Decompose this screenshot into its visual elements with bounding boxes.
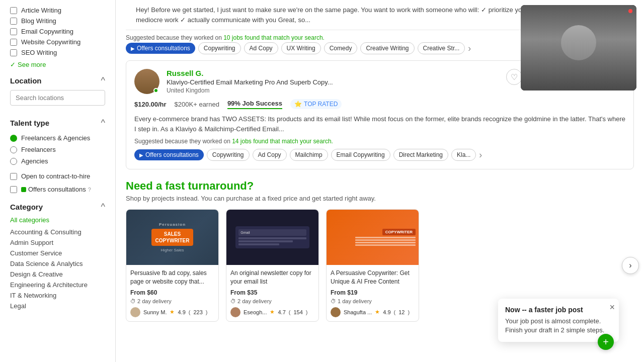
star-icon: ⭐ (294, 101, 302, 108)
offers-consultations-checkbox[interactable] (10, 186, 17, 193)
project-title-sales: Persuasive fb ad copy, sales page or web… (130, 269, 214, 286)
freelancer-name-sunny: Sunny M. (143, 309, 167, 315)
video-icon: ▶ (131, 46, 135, 51)
talent-freelancers-agencies[interactable]: Freelancers & Agencies (10, 132, 105, 144)
tag-adcopy-fl[interactable]: Ad Copy (253, 149, 287, 161)
reviews-shagufta: ( (394, 309, 396, 315)
tag-copywriting-fl[interactable]: Copywriting (207, 149, 250, 161)
talent-freelancers[interactable]: Freelancers (10, 144, 105, 155)
project-body-copywriter: A Persuasive Copywriter: Get Unique & AI… (327, 265, 419, 321)
freelancers-agencies-label: Freelancers & Agencies (21, 134, 90, 142)
reviews-close-3: ) (408, 309, 410, 315)
project-card-email[interactable]: Gmail An original newsletter copy for yo… (226, 209, 319, 322)
tag-uxwriting-1[interactable]: UX Writing (281, 42, 321, 54)
category-design[interactable]: Design & Creative (10, 269, 105, 280)
location-collapse-icon[interactable]: ^ (101, 75, 105, 86)
tag-comedy-1[interactable]: Comedy (324, 42, 358, 54)
category-customer[interactable]: Customer Service (10, 248, 105, 258)
project-card-copywriter[interactable]: COPYWRITER A Persuasive Copywriter: (326, 209, 419, 322)
price-copywriter: From $19 (331, 289, 357, 296)
category-it[interactable]: IT & Networking (10, 290, 105, 301)
project-freelancer-sales: Sunny M. ★ 4.9 (223) (130, 307, 214, 317)
notification-text: Your job post is almost complete. Finish… (505, 317, 612, 335)
email-copywriting-checkbox[interactable] (10, 28, 17, 35)
tag-creativestra-1[interactable]: Creative Str... (418, 42, 465, 54)
video-icon-2: ▶ (139, 152, 143, 158)
tag-email-fl[interactable]: Email Copywriting (331, 149, 390, 161)
blog-writing-label: Blog Writing (21, 17, 56, 25)
video-panel (521, 5, 636, 90)
notification-plus-button[interactable]: + (598, 334, 614, 350)
category-data[interactable]: Data Science & Analytics (10, 258, 105, 269)
freelancer-description: Every e-commerce brand has TWO ASSETS: I… (134, 114, 625, 134)
location-title: Location (10, 76, 42, 85)
project-price-sales: From $60 (130, 289, 214, 296)
location-section-header: Location ^ (10, 75, 105, 86)
radio-selected-icon (10, 135, 17, 142)
notification-close-button[interactable]: × (609, 303, 615, 312)
tag-offers-freelancer[interactable]: ▶ Offers consultations (134, 149, 204, 160)
open-to-contract-checkbox[interactable] (10, 173, 17, 180)
video-inner (521, 5, 636, 90)
category-all-link[interactable]: All categories (10, 216, 105, 224)
agencies-radio[interactable] (10, 158, 17, 165)
checkbox-email-copywriting[interactable]: Email Copywriting (10, 26, 105, 37)
search-locations-input[interactable] (10, 90, 105, 106)
copywriter-badge: COPYWRITER (382, 229, 416, 235)
freelancer-location: United Kingdom (167, 87, 499, 94)
freelancers-label: Freelancers (21, 146, 56, 153)
category-accounting[interactable]: Accounting & Consulting (10, 227, 105, 237)
blog-writing-checkbox[interactable] (10, 18, 17, 25)
gmail-bar: Gmail (238, 229, 306, 236)
project-freelancer-email: Eseogh... ★ 4.7 (154) (230, 307, 314, 317)
category-section-header: Category ^ (10, 202, 105, 212)
category-collapse-icon[interactable]: ^ (101, 202, 105, 212)
writing-types-group: Article Writing Blog Writing Email Copyw… (10, 5, 105, 58)
see-more-label: See more (18, 61, 46, 68)
project-card-sales[interactable]: Persuasion SALESCOPYWRITER Higher Sales … (126, 209, 219, 322)
website-copywriting-checkbox[interactable] (10, 39, 17, 46)
checkbox-seo-writing[interactable]: SEO Writing (10, 47, 105, 58)
freelancers-radio[interactable] (10, 146, 17, 153)
heart-button[interactable]: ♡ (506, 69, 522, 85)
video-person (521, 5, 636, 90)
person-head (561, 25, 596, 60)
delivery-sales: 2 day delivery (137, 298, 172, 304)
category-engineering[interactable]: Engineering & Architecture (10, 280, 105, 290)
offers-info-icon[interactable]: ? (88, 187, 91, 193)
offers-consultations-checkbox-item[interactable]: Offers consultations ? (10, 184, 105, 195)
tag-mailchimp-fl[interactable]: Mailchimp (290, 149, 328, 161)
tag-offers-1[interactable]: ▶ Offers consultations (126, 43, 195, 54)
tag-copywriting-1[interactable]: Copywriting (198, 42, 241, 54)
recording-indicator (628, 9, 632, 13)
tags-arrow-fl[interactable]: › (479, 150, 482, 160)
tag-kla-fl[interactable]: Kla... (451, 149, 476, 161)
freelancer-name[interactable]: Russell G. (167, 69, 499, 77)
category-admin[interactable]: Admin Support (10, 237, 105, 248)
seo-writing-checkbox[interactable] (10, 49, 17, 56)
checkbox-article-writing[interactable]: Article Writing (10, 5, 105, 16)
talent-type-collapse-icon[interactable]: ^ (101, 118, 105, 128)
reviews-eseogh: ( (289, 309, 291, 315)
job-success-pct: 99% Job Success (227, 100, 282, 109)
tags-arrow-1[interactable]: › (468, 43, 471, 54)
tag-adcopy-1[interactable]: Ad Copy (244, 42, 278, 54)
heart-icon: ♡ (511, 72, 518, 82)
tag-direct-fl[interactable]: Direct Marketing (393, 149, 448, 161)
see-more-link[interactable]: ✓ See more (10, 61, 105, 68)
job-success-badge: 99% Job Success (227, 100, 282, 109)
article-writing-checkbox[interactable] (10, 7, 17, 14)
talent-agencies[interactable]: Agencies (10, 155, 105, 167)
open-to-contract-checkbox-item[interactable]: Open to contract-to-hire (10, 171, 105, 182)
open-to-contract-label: Open to contract-to-hire (21, 172, 90, 180)
next-projects-arrow[interactable]: › (622, 257, 639, 274)
offers-green-icon (21, 187, 26, 192)
freelancer-tags: ▶ Offers consultations Copywriting Ad Co… (134, 149, 625, 161)
checkbox-website-copywriting[interactable]: Website Copywriting (10, 37, 105, 47)
tag-creativewriting-1[interactable]: Creative Writing (360, 42, 414, 54)
checkbox-blog-writing[interactable]: Blog Writing (10, 16, 105, 26)
seo-writing-label: SEO Writing (21, 49, 57, 56)
suggested-link-1[interactable]: 10 jobs found that match your search. (223, 34, 325, 41)
category-legal[interactable]: Legal (10, 301, 105, 311)
suggested-link-freelancer[interactable]: 14 jobs found that match your search. (232, 138, 333, 145)
